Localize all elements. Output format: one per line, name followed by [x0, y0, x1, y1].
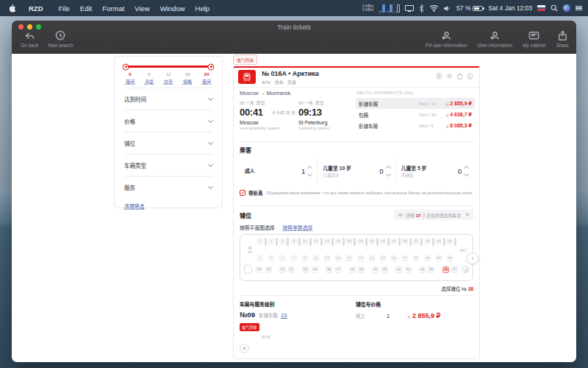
berth-49[interactable]: 49: [312, 266, 318, 272]
menu-item-file[interactable]: File: [54, 4, 75, 13]
stepper-up-icon[interactable]: [386, 165, 391, 170]
menu-item-window[interactable]: Window: [155, 4, 190, 13]
berth-43[interactable]: 43: [381, 266, 387, 272]
slider-label-1[interactable]: 清晨: [143, 78, 155, 85]
berth-53[interactable]: 53: [265, 266, 271, 272]
berth-12[interactable]: 12: [313, 238, 318, 244]
apple-menu-icon[interactable]: [9, 4, 17, 13]
menu-item-edit[interactable]: Edit: [75, 4, 97, 13]
berth-22[interactable]: 22: [369, 238, 374, 244]
clear-filters-link[interactable]: 清理筛选: [124, 202, 212, 210]
berth-3[interactable]: 3: [269, 255, 274, 261]
filter-section-4[interactable]: 服务: [124, 176, 212, 198]
next-car-button[interactable]: ›: [467, 252, 478, 264]
berth-42[interactable]: 42: [396, 266, 402, 272]
filter-section-0[interactable]: 达到时间: [124, 88, 212, 110]
berth-4[interactable]: 4: [269, 238, 274, 244]
slider-label-0[interactable]: 夜间: [124, 78, 136, 85]
fill-user-information-button[interactable]: Fill user information: [426, 30, 467, 48]
bluetooth-icon[interactable]: [419, 4, 424, 13]
berth-29[interactable]: 29: [414, 255, 419, 261]
berth-21[interactable]: 21: [369, 255, 374, 261]
berth-5[interactable]: 5: [280, 255, 285, 261]
berth-11[interactable]: 11: [313, 255, 318, 261]
berth-48[interactable]: 48: [326, 266, 331, 272]
filter-section-3[interactable]: 车厢类型: [124, 154, 212, 176]
berth-1[interactable]: 1: [257, 255, 262, 261]
user-information-button[interactable]: User information: [478, 30, 513, 48]
berth-32[interactable]: 32: [425, 238, 430, 244]
berth-9[interactable]: 9: [302, 255, 307, 261]
car-class-row-2[interactable]: 卧铺车厢Мест: 6从8 085,3 ₽: [356, 120, 475, 131]
berth-20[interactable]: 20: [358, 238, 363, 244]
menu-item-help[interactable]: Help: [190, 4, 215, 13]
berth-37[interactable]: 37: [451, 266, 457, 272]
berth-41[interactable]: 41: [405, 266, 411, 272]
berth-39[interactable]: 39: [429, 266, 434, 272]
bedding-checkbox[interactable]: [240, 190, 245, 196]
stepper-down-icon[interactable]: [464, 171, 469, 176]
window-titlebar[interactable]: Train tickets Go backNew search Fill use…: [12, 21, 576, 54]
menu-item-view[interactable]: View: [129, 4, 154, 13]
berth-31[interactable]: 31: [425, 255, 430, 261]
berth-27[interactable]: 27: [403, 255, 408, 261]
spotlight-search-icon[interactable]: [551, 4, 558, 12]
counter-stepper[interactable]: [308, 166, 312, 176]
volume-icon[interactable]: [444, 5, 451, 12]
berth-33[interactable]: 33: [436, 255, 441, 261]
berth-47[interactable]: 47: [335, 266, 341, 272]
filter-section-2[interactable]: 铺位: [124, 132, 212, 154]
berth-52[interactable]: 52: [279, 266, 285, 272]
battery-indicator[interactable]: 57 %: [456, 4, 483, 12]
berth-16[interactable]: 16: [336, 238, 341, 244]
berth-17[interactable]: 17: [347, 255, 352, 261]
berth-2[interactable]: 2: [257, 238, 262, 244]
berth-18[interactable]: 18: [347, 238, 352, 244]
berth-19[interactable]: 19: [358, 255, 363, 261]
time-range-track[interactable]: [126, 66, 211, 68]
go-back-button[interactable]: Go back: [21, 30, 38, 48]
berth-50[interactable]: 50: [303, 266, 309, 272]
berth-36[interactable]: 36: [447, 238, 452, 244]
filter-section-1[interactable]: 价格: [124, 110, 212, 132]
berth-34[interactable]: 34: [436, 238, 441, 244]
notification-center-icon[interactable]: [576, 6, 582, 11]
slider-label-3[interactable]: 傍晚: [182, 78, 193, 85]
counter-stepper[interactable]: [465, 166, 468, 176]
slider-handle-max[interactable]: [208, 63, 215, 70]
slider-label-4[interactable]: 夜间: [201, 78, 212, 85]
stepper-down-icon[interactable]: [307, 171, 312, 176]
berth-8[interactable]: 8: [291, 238, 296, 244]
berth-13[interactable]: 13: [324, 255, 329, 261]
stepper-up-icon[interactable]: [464, 165, 469, 170]
new-search-button[interactable]: New search: [48, 30, 73, 48]
berth-7[interactable]: 7: [291, 255, 296, 261]
berth-30[interactable]: 30: [414, 238, 419, 244]
berth-35[interactable]: 35: [447, 255, 452, 261]
display-mirroring-icon[interactable]: [405, 5, 414, 11]
berth-10[interactable]: 10: [302, 238, 307, 244]
counter-stepper[interactable]: [387, 166, 390, 176]
berth-tab-0[interactable]: 按照平面图选择: [240, 224, 275, 231]
siri-icon[interactable]: [563, 4, 570, 12]
berth-26[interactable]: 26: [391, 238, 396, 244]
berth-14[interactable]: 14: [324, 238, 329, 244]
berth-23[interactable]: 23: [380, 255, 385, 261]
slider-label-2[interactable]: 白天: [162, 78, 174, 85]
stepper-up-icon[interactable]: [307, 165, 312, 170]
berth-tab-1[interactable]: 按照参数选择: [283, 224, 313, 231]
my-cabinet-button[interactable]: My cabinet: [523, 30, 545, 48]
car-class-code-link[interactable]: 3Э: [281, 313, 287, 318]
wifi-icon[interactable]: [429, 5, 439, 12]
berth-6[interactable]: 6: [280, 238, 285, 244]
berth-45[interactable]: 45: [359, 266, 365, 272]
viewers-close-icon[interactable]: ✕: [465, 212, 470, 218]
system-meter-icon[interactable]: KEC: [379, 4, 400, 13]
berth-28[interactable]: 28: [403, 238, 408, 244]
berth-44[interactable]: 44: [373, 266, 379, 272]
berth-40[interactable]: 40: [419, 266, 425, 272]
berth-51[interactable]: 51: [289, 266, 295, 272]
car-class-row-1[interactable]: 包厢Мест: 34从4 638,7 ₽: [356, 109, 475, 120]
berth-25[interactable]: 25: [391, 255, 396, 261]
berth-15[interactable]: 15: [336, 255, 341, 261]
